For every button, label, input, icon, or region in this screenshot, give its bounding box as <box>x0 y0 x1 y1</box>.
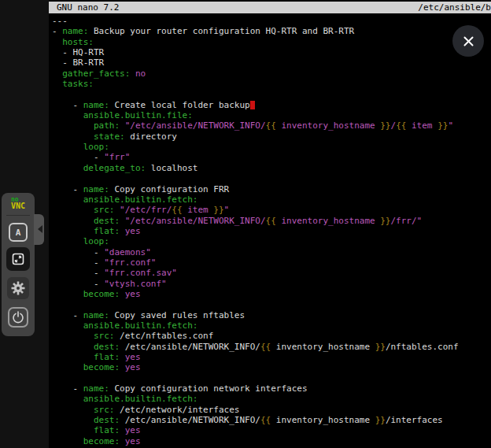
editor-line: - name: Copy configuration FRR <box>52 184 491 194</box>
editor-line: dest: "/etc/ansible/NETWORK_INFO/{{ inve… <box>52 216 491 226</box>
editor-line: ansible.builtin.fetch: <box>52 194 491 205</box>
fullscreen-button[interactable] <box>6 247 30 271</box>
editor-line: src: "/etc/frr/{{ item }}" <box>52 205 491 215</box>
novnc-control-bar: no VNC A <box>2 193 35 336</box>
editor-line: ansible.builtin.fetch: <box>52 394 491 404</box>
editor-line: - name: Copy configuration network inter… <box>52 383 491 394</box>
extra-keys-button[interactable]: A <box>9 223 28 242</box>
novnc-logo: no VNC <box>11 197 25 210</box>
editor-line <box>52 173 491 183</box>
editor-line: flat: yes <box>52 226 491 236</box>
novnc-logo-vnc: VNC <box>11 202 25 210</box>
editor-line: - name: Create local folder backup <box>52 100 491 110</box>
editor-line: become: yes <box>52 362 491 372</box>
power-button[interactable] <box>8 307 28 328</box>
editor-line: - BR-RTR <box>52 57 491 68</box>
editor-line: loop: <box>52 236 491 246</box>
editor-line: ansible.builtin.file: <box>52 110 491 120</box>
control-bar-handle[interactable] <box>34 214 44 245</box>
text-cursor <box>250 101 255 109</box>
editor-line: hosts: <box>52 37 491 47</box>
editor-line: ansible.builtin.fetch: <box>52 320 491 331</box>
editor-line: - "frr.conf.sav" <box>52 268 491 278</box>
editor-line: become: yes <box>52 289 491 299</box>
editor-line <box>52 373 491 383</box>
novnc-sidebar: no VNC A <box>0 0 49 448</box>
editor-line: src: /etc/nftables.conf <box>52 331 491 341</box>
editor-line: - "vtysh.conf" <box>52 279 491 289</box>
close-icon <box>463 35 474 47</box>
vnc-screen: no VNC A <box>0 0 491 448</box>
editor-line: dest: /etc/ansible/NETWORK_INFO/{{ inven… <box>52 342 491 352</box>
fullscreen-icon <box>11 252 25 266</box>
editor-line: tasks: <box>52 79 491 89</box>
editor-line: - HQ-RTR <box>52 47 491 57</box>
editor-line: gather_facts: no <box>52 68 491 79</box>
editor-line: - "frr.conf" <box>52 257 491 268</box>
editor-line <box>52 89 491 99</box>
settings-button[interactable] <box>7 277 29 299</box>
editor-line: - name: Copy saved rules nftables <box>52 310 491 320</box>
editor-line: - name: Backup your router configuration… <box>52 26 491 36</box>
editor-line: - "frr" <box>52 152 491 162</box>
nano-filepath: /etc/ansible/b <box>418 2 491 13</box>
editor-line: state: directory <box>52 131 491 142</box>
editor-line: --- <box>52 16 491 26</box>
sidebar-divider <box>6 215 30 216</box>
editor-line: flat: yes <box>52 425 491 435</box>
terminal: GNU nano 7.2 /etc/ansible/b ---- name: B… <box>49 0 491 448</box>
editor-line: path: "/etc/ansible/NETWORK_INFO/{{ inve… <box>52 120 491 131</box>
editor-line: become: yes <box>52 436 491 446</box>
collapse-arrow-icon <box>38 225 42 233</box>
keyboard-a-icon: A <box>16 228 21 238</box>
editor-line: dest: /etc/ansible/NETWORK_INFO/{{ inven… <box>52 415 491 425</box>
gear-icon <box>10 280 26 296</box>
editor-line: delegate_to: localhost <box>52 163 491 173</box>
close-button[interactable] <box>452 25 484 57</box>
editor-line <box>52 299 491 309</box>
power-icon <box>12 311 24 324</box>
nano-editor[interactable]: ---- name: Backup your router configurat… <box>52 16 491 448</box>
editor-line: - "daemons" <box>52 247 491 257</box>
nano-version: GNU nano 7.2 <box>57 2 119 13</box>
editor-line: loop: <box>52 142 491 152</box>
nano-titlebar: GNU nano 7.2 /etc/ansible/b <box>49 2 491 13</box>
editor-line: flat: yes <box>52 352 491 362</box>
editor-line: src: /etc/network/interfaces <box>52 405 491 415</box>
